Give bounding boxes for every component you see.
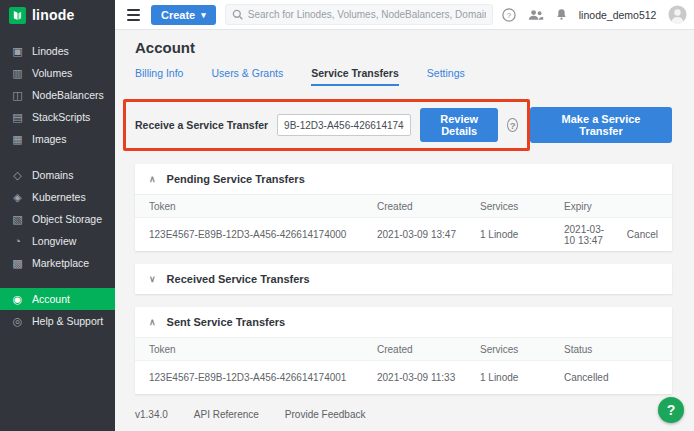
username[interactable]: linode_demo512: [579, 9, 657, 21]
sidebar-item-marketplace[interactable]: ▩ Marketplace: [0, 252, 115, 274]
community-icon[interactable]: [528, 9, 544, 21]
sidebar-item-help-support[interactable]: ◎ Help & Support: [0, 310, 115, 332]
api-reference-link[interactable]: API Reference: [194, 409, 259, 420]
receive-transfer-label: Receive a Service Transfer: [135, 119, 268, 131]
provide-feedback-link[interactable]: Provide Feedback: [285, 409, 366, 420]
sidebar-item-label: Account: [32, 293, 70, 305]
user-avatar[interactable]: [668, 5, 687, 24]
cancel-transfer-link[interactable]: Cancel: [606, 229, 658, 240]
marketplace-icon: ▩: [11, 257, 24, 270]
column-expiry: Expiry: [564, 201, 606, 212]
pending-table-header: Token Created Services Expiry: [135, 194, 672, 217]
volumes-icon: ▥: [11, 67, 24, 80]
linode-logo[interactable]: linode: [0, 0, 115, 30]
sidebar-item-stackscripts[interactable]: ▤ StackScripts: [0, 106, 115, 128]
sent-table-row: 123E4567-E89B-12D3-A456-426614174001 202…: [135, 360, 672, 394]
sidebar-item-label: Object Storage: [32, 213, 102, 225]
kubernetes-icon: ◈: [11, 191, 24, 204]
sidebar-item-domains[interactable]: ◇ Domains: [0, 164, 115, 186]
account-tabs: Billing Info Users & Grants Service Tran…: [135, 67, 672, 86]
pending-transfers-title: Pending Service Transfers: [167, 173, 305, 185]
pending-table-row: 123E4567-E89B-12D3-A456-426614174000 202…: [135, 217, 672, 251]
stackscripts-icon: ▤: [11, 111, 24, 124]
help-support-icon: ◎: [11, 315, 24, 328]
column-created: Created: [377, 344, 480, 355]
hamburger-menu-icon[interactable]: [125, 6, 142, 24]
chevron-up-icon: ∧: [149, 317, 156, 327]
sidebar-item-label: Volumes: [32, 67, 72, 79]
caret-down-icon: ▾: [201, 10, 206, 20]
sidebar-item-kubernetes[interactable]: ◈ Kubernetes: [0, 186, 115, 208]
chevron-up-icon: ∧: [149, 174, 156, 184]
tab-service-transfers[interactable]: Service Transfers: [311, 67, 399, 86]
sidebar-item-label: StackScripts: [32, 111, 90, 123]
pending-expiry: 2021-03-10 13:47: [564, 224, 606, 246]
notifications-bell-icon[interactable]: [556, 8, 567, 21]
sent-transfers-title: Sent Service Transfers: [167, 316, 286, 328]
longview-icon: ◔: [11, 235, 24, 247]
sent-transfers-panel: ∧ Sent Service Transfers Token Created S…: [135, 307, 672, 394]
account-icon: ◉: [11, 293, 24, 306]
pending-token-link[interactable]: 123E4567-E89B-12D3-A456-426614174000: [149, 229, 377, 240]
sent-table-header: Token Created Services Status: [135, 337, 672, 360]
help-chat-button[interactable]: ?: [658, 397, 684, 423]
linodes-icon: ▣: [11, 45, 24, 58]
sidebar: linode ▣ Linodes ▥ Volumes ◫ NodeBalance…: [0, 0, 115, 431]
tab-settings[interactable]: Settings: [427, 67, 465, 86]
column-status: Status: [564, 344, 658, 355]
pending-transfers-header[interactable]: ∧ Pending Service Transfers: [135, 164, 672, 194]
pending-services: 1 Linode: [480, 229, 564, 240]
sidebar-item-label: Linodes: [32, 45, 69, 57]
linode-logo-icon: [9, 7, 26, 24]
sidebar-nav: ▣ Linodes ▥ Volumes ◫ NodeBalancers ▤ St…: [0, 40, 115, 332]
tab-users-grants[interactable]: Users & Grants: [211, 67, 283, 86]
sent-transfers-header[interactable]: ∧ Sent Service Transfers: [135, 307, 672, 337]
sidebar-item-object-storage[interactable]: ▧ Object Storage: [0, 208, 115, 230]
version-link[interactable]: v1.34.0: [135, 409, 168, 420]
sidebar-item-label: Marketplace: [32, 257, 89, 269]
column-token: Token: [149, 344, 377, 355]
sidebar-item-label: Longview: [32, 235, 76, 247]
received-transfers-header[interactable]: ∨ Received Service Transfers: [135, 264, 672, 294]
pending-created: 2021-03-09 13:47: [377, 229, 480, 240]
sidebar-item-label: Kubernetes: [32, 191, 86, 203]
sidebar-item-account[interactable]: ◉ Account: [0, 288, 115, 310]
search-input[interactable]: [248, 9, 486, 20]
create-button[interactable]: Create ▾: [151, 5, 216, 25]
token-help-icon[interactable]: ?: [507, 118, 518, 132]
received-transfers-title: Received Service Transfers: [167, 273, 310, 285]
sidebar-item-linodes[interactable]: ▣ Linodes: [0, 40, 115, 62]
images-icon: ▦: [11, 133, 24, 146]
transfer-token-input[interactable]: [277, 114, 411, 136]
review-details-button[interactable]: Review Details: [420, 108, 498, 142]
create-button-label: Create: [161, 9, 195, 21]
sidebar-item-images[interactable]: ▦ Images: [0, 128, 115, 150]
page-footer: v1.34.0 API Reference Provide Feedback: [135, 409, 672, 428]
sidebar-item-label: Images: [32, 133, 66, 145]
column-services: Services: [480, 201, 564, 212]
column-services: Services: [480, 344, 564, 355]
sidebar-item-label: NodeBalancers: [32, 89, 104, 101]
sidebar-item-longview[interactable]: ◔ Longview: [0, 230, 115, 252]
column-created: Created: [377, 201, 480, 212]
sidebar-item-volumes[interactable]: ▥ Volumes: [0, 62, 115, 84]
topbar-icons: ? linode_demo512: [502, 5, 688, 24]
make-service-transfer-button[interactable]: Make a Service Transfer: [530, 107, 672, 143]
column-token: Token: [149, 201, 377, 212]
domains-icon: ◇: [11, 169, 24, 182]
sent-token-link[interactable]: 123E4567-E89B-12D3-A456-426614174001: [149, 372, 377, 383]
sidebar-group-divider: [0, 274, 115, 288]
page-title: Account: [135, 39, 672, 56]
main-content: Account Billing Info Users & Grants Serv…: [115, 30, 694, 431]
sidebar-item-nodebalancers[interactable]: ◫ NodeBalancers: [0, 84, 115, 106]
svg-text:?: ?: [507, 10, 512, 19]
tab-billing-info[interactable]: Billing Info: [135, 67, 183, 86]
received-transfers-panel: ∨ Received Service Transfers: [135, 264, 672, 294]
sent-created: 2021-03-09 11:33: [377, 372, 480, 383]
topbar: Create ▾ ? linode_demo512: [115, 0, 694, 30]
sidebar-item-label: Help & Support: [32, 315, 103, 327]
nodebalancers-icon: ◫: [11, 89, 24, 102]
help-icon[interactable]: ?: [502, 8, 516, 22]
sent-status: Cancelled: [564, 372, 658, 383]
linode-logo-text: linode: [32, 7, 74, 23]
